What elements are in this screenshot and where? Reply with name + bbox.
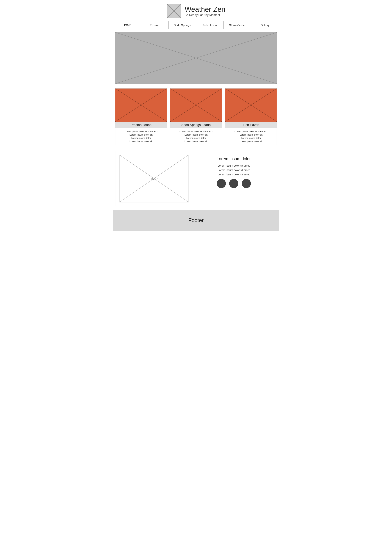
main-nav: HOME Preston Soda Springs Fish Haven Sto… <box>113 21 279 29</box>
city-card-title-fish-haven: Fish Haven <box>225 122 277 128</box>
header-text-block: Weather Zen Be Ready For Any Moment <box>185 5 225 17</box>
city-card-line-4: Lorem ipsum dolor sit <box>172 140 220 143</box>
city-card-img-soda-springs <box>170 89 222 122</box>
map-info-line-1: Lorem ipsum dolor sit amet <box>195 164 273 167</box>
city-card-line-4: Lorem ipsum dolor sit <box>117 140 165 143</box>
city-card-img-preston <box>115 89 167 122</box>
site-title: Weather Zen <box>185 5 225 13</box>
map-info-heading: Lorem ipsum dolor <box>195 156 273 161</box>
city-card-line-4: Lorem ipsum dolor sit <box>227 140 275 143</box>
site-subtitle: Be Ready For Any Moment <box>185 13 225 17</box>
map-placeholder: MAP <box>119 155 189 202</box>
social-icon-3[interactable] <box>242 179 251 188</box>
svg-text:MAP: MAP <box>150 177 157 181</box>
city-card-line-3: Lorem ipsum dolor <box>172 137 220 139</box>
hero-image <box>115 32 277 84</box>
city-card-line-2: Lorem ipsum dolor sit <box>172 133 220 136</box>
nav-home[interactable]: HOME <box>113 21 141 29</box>
nav-storm-center[interactable]: Storm Center <box>224 21 251 29</box>
site-footer: Footer <box>113 210 279 231</box>
city-card-img-fish-haven <box>225 89 277 122</box>
city-card-body-soda-springs: Lorem ipsum dolor sit amet et \ Lorem ip… <box>170 128 222 145</box>
site-header: Weather Zen Be Ready For Any Moment <box>113 0 279 21</box>
nav-preston[interactable]: Preston <box>141 21 169 29</box>
nav-fish-haven[interactable]: Fish Haven <box>196 21 224 29</box>
map-section: MAP Lorem ipsum dolor Lorem ipsum dolor … <box>115 151 277 206</box>
city-card-body-fish-haven: Lorem ipsum dolor sit amet et \ Lorem ip… <box>225 128 277 145</box>
city-card-title-soda-springs: Soda Springs, Idaho <box>170 122 222 128</box>
city-card-line-1: Lorem ipsum dolor sit amet et \ <box>227 130 275 133</box>
city-card-preston: Preston, Idaho Lorem ipsum dolor sit ame… <box>115 88 167 145</box>
map-info-block: Lorem ipsum dolor Lorem ipsum dolor sit … <box>195 155 273 188</box>
social-icons-group <box>195 179 273 188</box>
city-card-line-2: Lorem ipsum dolor sit <box>227 133 275 136</box>
city-card-line-2: Lorem ipsum dolor sit <box>117 133 165 136</box>
nav-soda-springs[interactable]: Soda Springs <box>169 21 196 29</box>
city-card-soda-springs: Soda Springs, Idaho Lorem ipsum dolor si… <box>170 88 222 145</box>
nav-gallery[interactable]: Gallery <box>251 21 279 29</box>
city-card-title-preston: Preston, Idaho <box>115 122 167 128</box>
city-card-line-1: Lorem ipsum dolor sit amet et \ <box>172 130 220 133</box>
city-card-line-1: Lorem ipsum dolor sit amet et \ <box>117 130 165 133</box>
city-card-line-3: Lorem ipsum dolor <box>117 137 165 139</box>
map-info-line-2: Lorem ipsum dolor sit amet <box>195 169 273 171</box>
city-cards-section: Preston, Idaho Lorem ipsum dolor sit ame… <box>113 86 279 149</box>
city-card-body-preston: Lorem ipsum dolor sit amet et \ Lorem ip… <box>115 128 167 145</box>
social-icon-1[interactable] <box>217 179 226 188</box>
social-icon-2[interactable] <box>229 179 238 188</box>
footer-label: Footer <box>188 217 204 223</box>
map-info-line-3: Lorem ipsum dolor sit amet <box>195 173 273 176</box>
city-card-fish-haven: Fish Haven Lorem ipsum dolor sit amet et… <box>225 88 277 145</box>
logo-image <box>167 4 181 18</box>
city-card-line-3: Lorem ipsum dolor <box>227 137 275 139</box>
